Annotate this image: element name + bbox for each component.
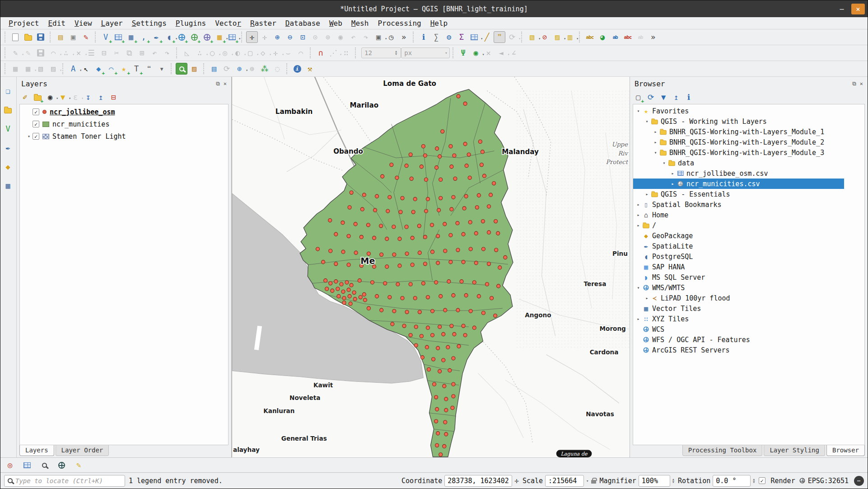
create-text-annotation-icon[interactable]: T+	[131, 63, 142, 75]
snapping-unit-dropdown-icon[interactable]: ▾	[445, 51, 447, 55]
expander-icon[interactable]: ▾	[661, 160, 667, 165]
vertex-tool-icon[interactable]: ✕▾	[73, 47, 84, 59]
tab-layer-order[interactable]: Layer Order	[56, 445, 109, 456]
menu-processing[interactable]: Processing	[373, 18, 425, 28]
pin-unpin-labels-icon[interactable]: ⊕	[246, 63, 258, 75]
cad-tools-icon[interactable]: Ψ	[457, 47, 469, 59]
temporal-controller-icon[interactable]: ◷	[385, 31, 397, 43]
toolbar-overflow-2-icon[interactable]: »	[647, 31, 659, 43]
layer-name[interactable]: Stamen Toner Light	[52, 132, 126, 141]
zoom-full-extent-icon[interactable]: ⊡	[297, 31, 308, 43]
toolbar-overflow-icon[interactable]: »	[398, 31, 410, 43]
deselect-features-icon[interactable]: ⊘	[539, 31, 551, 43]
browser-item-Vector Tiles[interactable]: ▦Vector Tiles	[633, 303, 864, 314]
magnifier-input[interactable]	[639, 475, 670, 487]
copy-features-icon[interactable]: ⧉	[123, 47, 135, 59]
delete-selected-icon[interactable]: ⊟	[98, 47, 110, 59]
filter-by-expression-icon[interactable]: ε▾	[70, 92, 81, 103]
circle-3points-icon[interactable]: ◎▾	[219, 47, 231, 59]
map-canvas[interactable]: Loma de GatoMarilaoLambakinObandoMalanda…	[232, 77, 630, 457]
diagram-options-icon[interactable]: ⁂	[259, 63, 271, 75]
offset-curve-icon[interactable]: ⌒	[295, 47, 307, 59]
select-by-form-icon[interactable]: ▥▾	[564, 31, 576, 43]
new-print-layout-icon[interactable]: ▤	[55, 31, 66, 43]
layer-item-Stamen Toner Light[interactable]: ▾✓Stamen Toner Light	[20, 130, 228, 142]
select-features-icon[interactable]: ▧▾	[526, 31, 538, 43]
browser-properties-icon[interactable]: ℹ	[683, 92, 694, 103]
circle-2points-icon[interactable]: ◯▾	[206, 47, 218, 59]
browser-item-data[interactable]: ▾data	[633, 158, 864, 168]
ellipse-tool-icon[interactable]: ◐▾	[232, 47, 243, 59]
menu-layer[interactable]: Layer	[97, 18, 127, 28]
extents-icon[interactable]: ✛	[514, 476, 519, 485]
lock-icon[interactable]	[591, 480, 596, 484]
pan-map-icon[interactable]: ✛	[246, 31, 258, 43]
add-postgis-layer-icon[interactable]: ◖+▾	[163, 31, 175, 43]
browser-item-ncr_jollibee_osm.csv[interactable]: ▸ncr_jollibee_osm.csv	[633, 168, 864, 179]
new-map-view-icon[interactable]: ▣▾	[373, 31, 384, 43]
clear-construction-icon[interactable]: ✕	[483, 47, 495, 59]
regular-polygon-tool-icon[interactable]: ◇▾	[257, 47, 269, 59]
layer-diagrams-icon[interactable]: ◕	[597, 31, 608, 43]
label-highlight-icon[interactable]: ab	[609, 31, 621, 43]
snapping-toggle-icon[interactable]: ∩	[315, 47, 327, 59]
layer-labeling-options-icon[interactable]: A▾	[67, 63, 79, 75]
move-feature-icon[interactable]: ✛▾	[270, 47, 281, 59]
browser-item-GeoPackage[interactable]: ◆GeoPackage	[633, 230, 864, 241]
coordinate-input[interactable]	[444, 475, 512, 487]
expander-icon[interactable]: ▾	[644, 119, 650, 124]
move-label-icon[interactable]: ▤	[208, 63, 220, 75]
tracing-toggle-icon[interactable]: ⋰▾	[327, 47, 339, 59]
crs-value[interactable]: EPSG:32651	[808, 477, 849, 485]
tab-processing-toolbox[interactable]: Processing Toolbox	[682, 445, 763, 456]
zoom-to-selection-icon[interactable]: ⊙	[309, 31, 321, 43]
menu-edit[interactable]: Edit	[43, 18, 70, 28]
reshape-features-icon[interactable]: ⌣	[282, 47, 294, 59]
layer-item-ncr_municities[interactable]: ✓ncr_municities	[20, 118, 228, 130]
browser-float-icon[interactable]: ⧉	[852, 80, 856, 87]
mesh-digitizing-icon[interactable]: ▦	[9, 63, 21, 75]
processing-toolbox-icon[interactable]: ⚙	[443, 31, 455, 43]
browser-item-ncr_municities.csv[interactable]: ▸ncr_municities.csv	[633, 179, 844, 189]
locate-search[interactable]	[4, 475, 125, 487]
expander-icon[interactable]: ▸	[635, 202, 642, 207]
save-project-icon[interactable]	[35, 31, 47, 43]
browser-item-SpatiaLite[interactable]: ✒SpatiaLite	[633, 241, 864, 251]
expander-icon[interactable]: ▸	[644, 296, 650, 301]
expander-icon[interactable]: ▸	[635, 212, 642, 217]
new-virtual-layer-icon[interactable]: +▾	[226, 31, 238, 43]
snap-on-grid-icon[interactable]: ∷	[340, 47, 352, 59]
manage-visibility-icon[interactable]: ◉▾	[45, 92, 56, 103]
metasearch-icon[interactable]	[38, 459, 50, 471]
close-button[interactable]: ✕	[851, 4, 865, 14]
browser-item-WFS / OGC API - Features[interactable]: WFS / OGC API - Features	[633, 334, 864, 345]
show-statistics-icon[interactable]: Σ	[456, 31, 467, 43]
scale-dropdown-icon[interactable]: ▾	[586, 479, 588, 483]
identify-features-icon[interactable]: ℹ	[418, 31, 429, 43]
map-tips-icon[interactable]: ❞	[494, 31, 505, 43]
menu-web[interactable]: Web	[325, 18, 347, 28]
layer-visibility-checkbox[interactable]: ✓	[33, 121, 39, 127]
layer-name[interactable]: ncr_jollibee_osm	[50, 108, 115, 116]
add-delimited-text-layer-icon[interactable]: ,+	[138, 31, 149, 43]
add-spatialite-layer-icon[interactable]: ✒+	[150, 31, 162, 43]
layer-visibility-checkbox[interactable]: ✓	[33, 108, 39, 115]
current-edits-icon[interactable]: ✎▾	[9, 47, 21, 59]
layer-labeling-icon[interactable]: abc	[584, 31, 596, 43]
browser-item-BNHR_QGIS-Working-with-Layers_Module_3[interactable]: ▾BNHR_QGIS-Working-with-Layers_Module_3	[633, 147, 864, 158]
mesh-transform-icon[interactable]: ▧	[35, 63, 47, 75]
collapse-all-browser-icon[interactable]: ↥	[671, 92, 681, 103]
title-bar[interactable]: *Untitled Project — QGIS [BNHR_light_tra…	[0, 0, 868, 17]
expander-icon[interactable]: ▸	[635, 316, 642, 321]
browser-item-BNHR_QGIS-Working-with-Layers_Module_2[interactable]: ▸BNHR_QGIS-Working-with-Layers_Module_2	[633, 137, 864, 147]
rotation-input[interactable]	[713, 475, 751, 487]
osm-place-search-icon[interactable]	[176, 63, 187, 75]
identify-info-icon[interactable]: i	[291, 63, 303, 75]
db-manager-icon[interactable]	[21, 459, 33, 471]
create-line-annotation-icon[interactable]: ⌒+	[105, 63, 117, 75]
mesh-forces-icon[interactable]: ▨▾	[47, 63, 59, 75]
menu-help[interactable]: Help	[426, 18, 453, 28]
annotation-dropdown-icon[interactable]: ▾	[156, 63, 168, 75]
zoom-native-icon[interactable]: ◉	[335, 31, 346, 43]
refresh-browser-icon[interactable]: ⟳	[645, 92, 656, 103]
